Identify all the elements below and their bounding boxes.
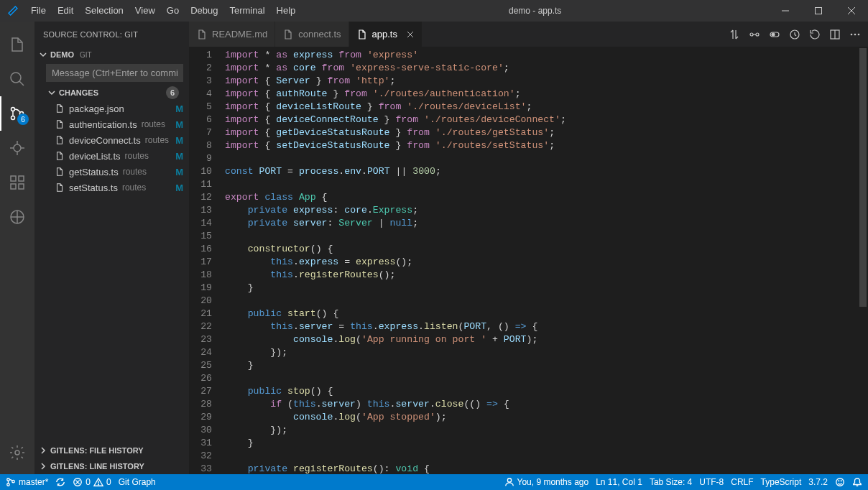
svg-point-41	[507, 479, 511, 482]
menu-selection[interactable]: Selection	[79, 0, 129, 22]
file-icon	[55, 119, 65, 129]
close-tab-icon[interactable]	[406, 30, 415, 39]
editor-body[interactable]: 1234567891011121314151617181920212223242…	[189, 47, 868, 474]
file-status: M	[171, 119, 183, 130]
changed-file[interactable]: package.jsonM	[34, 101, 189, 116]
split-editor-icon[interactable]	[829, 29, 841, 40]
vertical-scrollbar[interactable]	[858, 47, 868, 474]
changed-file[interactable]: setStatus.tsroutesM	[34, 180, 189, 195]
settings-gear-icon[interactable]	[0, 435, 34, 470]
svg-point-44	[841, 481, 841, 481]
menu-edit[interactable]: Edit	[52, 0, 79, 22]
more-actions-icon[interactable]	[849, 29, 861, 40]
svg-rect-1	[816, 8, 822, 14]
extensions-icon[interactable]	[0, 165, 34, 200]
window-title: demo - app.ts	[301, 6, 769, 16]
history-icon[interactable]	[809, 29, 821, 40]
scm-badge: 6	[17, 114, 29, 125]
search-icon[interactable]	[0, 62, 34, 96]
menu-view[interactable]: View	[129, 0, 161, 22]
minimize-button[interactable]	[769, 0, 802, 22]
svg-rect-15	[11, 184, 16, 189]
menu-debug[interactable]: Debug	[185, 0, 223, 22]
svg-point-43	[839, 481, 839, 481]
commit-message-input[interactable]	[46, 64, 183, 82]
debug-icon[interactable]	[0, 131, 34, 165]
status-notifications[interactable]	[852, 477, 862, 487]
status-eol[interactable]: CRLF	[731, 477, 753, 487]
status-feedback[interactable]	[835, 477, 845, 487]
svg-point-7	[11, 116, 15, 120]
status-problems[interactable]: 0 0	[73, 477, 111, 487]
close-button[interactable]	[835, 0, 868, 22]
liveshare-icon[interactable]	[0, 200, 34, 234]
svg-point-40	[98, 484, 99, 485]
changes-section-header[interactable]: CHANGES 6	[34, 85, 189, 101]
status-branch[interactable]: master*	[6, 477, 48, 487]
file-status: M	[171, 151, 183, 162]
file-dir: routes	[123, 167, 147, 177]
file-name: package.json	[69, 103, 124, 114]
warning-count: 0	[106, 477, 111, 487]
gitlens-line-history-header[interactable]: GITLENS: LINE HISTORY	[34, 458, 189, 474]
line-number-gutter: 1234567891011121314151617181920212223242…	[189, 47, 225, 474]
changed-file[interactable]: deviceList.tsroutesM	[34, 148, 189, 164]
status-encoding[interactable]: UTF-8	[699, 477, 724, 487]
svg-line-5	[19, 81, 24, 85]
status-cursor-position[interactable]: Ln 11, Col 1	[596, 477, 642, 487]
changes-file-list: package.jsonMauthentication.tsroutesMdev…	[34, 101, 189, 195]
maximize-button[interactable]	[802, 0, 835, 22]
svg-point-31	[854, 33, 857, 35]
file-icon	[55, 135, 65, 145]
open-changes-icon[interactable]	[749, 29, 760, 40]
scrollbar-thumb[interactable]	[859, 48, 867, 307]
editor-area: README.mdconnect.tsapp.ts 12345678910111…	[189, 22, 868, 474]
status-blame[interactable]: You, 9 months ago	[504, 477, 589, 487]
toggle-icon[interactable]	[769, 29, 780, 40]
status-ts-version[interactable]: 3.7.2	[808, 477, 828, 487]
status-language[interactable]: TypeScript	[761, 477, 802, 487]
warning-icon	[93, 477, 103, 487]
svg-point-33	[7, 479, 10, 481]
tab-app-ts[interactable]: app.ts	[349, 22, 423, 47]
status-sync[interactable]	[55, 477, 65, 487]
source-control-icon[interactable]: 6	[0, 96, 34, 131]
svg-rect-17	[19, 176, 24, 181]
status-tabsize[interactable]: Tab Size: 4	[650, 477, 692, 487]
chevron-right-icon	[39, 462, 47, 471]
title-bar: FileEditSelectionViewGoDebugTerminalHelp…	[0, 0, 868, 22]
file-status: M	[171, 182, 183, 193]
file-name: authentication.ts	[69, 119, 137, 130]
menu-bar: FileEditSelectionViewGoDebugTerminalHelp	[25, 0, 301, 22]
code-content[interactable]: import * as express from 'express'import…	[225, 47, 868, 474]
menu-file[interactable]: File	[25, 0, 52, 22]
editor-actions	[721, 22, 868, 47]
file-name: getStatus.ts	[69, 167, 119, 177]
gitlens-file-history-header[interactable]: GITLENS: FILE HISTORY	[34, 443, 189, 458]
changed-file[interactable]: deviceConnect.tsroutesM	[34, 132, 189, 148]
changes-label: CHANGES	[59, 88, 98, 97]
person-icon	[504, 477, 514, 487]
changed-file[interactable]: authentication.tsroutesM	[34, 116, 189, 132]
error-icon	[73, 477, 83, 487]
file-dir: routes	[145, 135, 169, 145]
menu-go[interactable]: Go	[161, 0, 185, 22]
file-status: M	[171, 135, 183, 146]
file-dir: routes	[125, 151, 149, 161]
file-icon	[55, 151, 65, 161]
status-gitgraph[interactable]: Git Graph	[119, 477, 156, 487]
compare-changes-icon[interactable]	[729, 29, 740, 40]
error-count: 0	[86, 477, 91, 487]
explorer-icon[interactable]	[0, 27, 34, 62]
changed-file[interactable]: getStatus.tsroutesM	[34, 164, 189, 180]
tab-label: README.md	[212, 29, 267, 40]
changes-count-badge: 6	[166, 86, 179, 99]
menu-help[interactable]: Help	[271, 0, 302, 22]
repo-type: GIT	[80, 51, 92, 59]
svg-point-22	[750, 33, 753, 36]
menu-terminal[interactable]: Terminal	[223, 0, 270, 22]
repo-section-header[interactable]: DEMO GIT	[34, 47, 189, 63]
tab-README-md[interactable]: README.md	[189, 22, 275, 47]
revision-icon[interactable]	[789, 29, 800, 40]
tab-connect-ts[interactable]: connect.ts	[275, 22, 348, 47]
